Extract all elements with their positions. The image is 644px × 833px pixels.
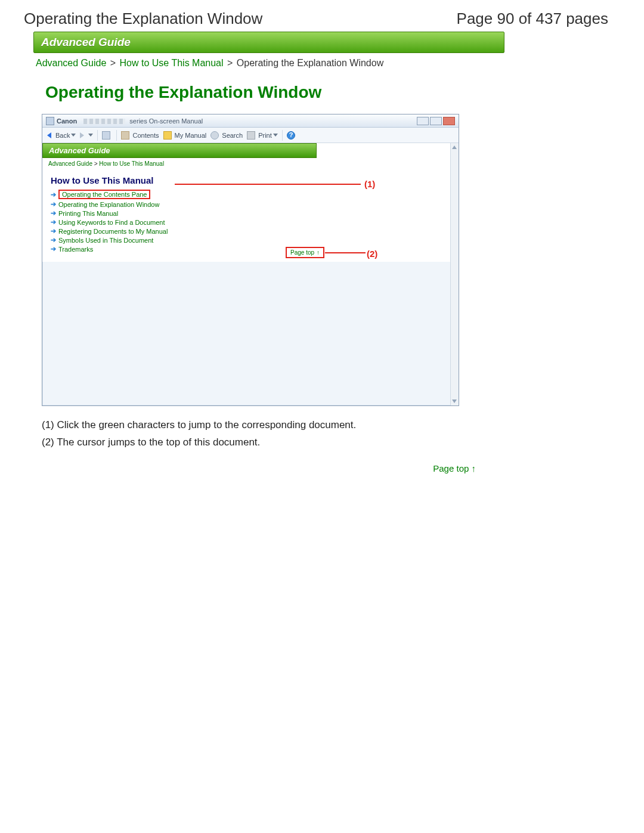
toolbar-separator: [97, 130, 98, 141]
explanation-pane: Advanced Guide Advanced Guide > How to U…: [42, 143, 450, 262]
inner-breadcrumb-l2[interactable]: How to Use This Manual: [99, 160, 164, 167]
topic-link[interactable]: Symbols Used in This Document: [58, 237, 153, 244]
search-button[interactable]: Search: [210, 131, 243, 140]
contents-button[interactable]: Contents: [121, 131, 159, 140]
app-icon: [46, 117, 54, 125]
toolbar-separator: [282, 130, 283, 141]
advanced-guide-banner: Advanced Guide: [33, 32, 504, 53]
chevron-down-icon: [71, 134, 76, 137]
page-top-link-label: Page top: [433, 463, 469, 473]
chevron-down-icon: [273, 134, 278, 137]
window-title-suffix: series On-screen Manual: [129, 117, 203, 125]
contents-icon: [121, 131, 129, 140]
topic-link[interactable]: Trademarks: [58, 246, 93, 253]
page-title: Operating the Explanation Window: [24, 10, 262, 28]
breadcrumb-link-advanced-guide[interactable]: Advanced Guide: [36, 58, 106, 68]
print-icon: [247, 131, 255, 140]
callout-line-2: [325, 252, 366, 253]
brand-text: Canon: [57, 117, 77, 125]
scroll-down-icon[interactable]: [452, 400, 457, 403]
arrow-icon: ➔: [51, 200, 56, 208]
search-label: Search: [222, 132, 243, 139]
print-button[interactable]: Print: [247, 131, 278, 140]
arrow-icon: ➔: [51, 209, 56, 217]
topic-link[interactable]: Printing This Manual: [58, 210, 118, 217]
help-icon[interactable]: [287, 131, 295, 140]
note-1: (1) Click the green characters to jump t…: [42, 417, 504, 434]
page-indicator: Page 90 of 437 pages: [457, 10, 608, 28]
minimize-button[interactable]: [417, 117, 429, 125]
forward-arrow-icon[interactable]: [80, 132, 84, 138]
back-button[interactable]: Back: [55, 132, 76, 139]
mymanual-label: My Manual: [175, 132, 207, 139]
note-2: (2) The cursor jumps to the top of this …: [42, 434, 504, 451]
list-item[interactable]: ➔ Operating the Explanation Window: [51, 200, 450, 209]
scroll-up-icon[interactable]: [452, 145, 457, 149]
list-item[interactable]: ➔ Operating the Contents Pane: [51, 189, 450, 200]
breadcrumb-separator: >: [227, 58, 233, 68]
page-top-label: Page top: [290, 249, 314, 256]
back-arrow-icon[interactable]: [47, 132, 51, 138]
topic-link-operating-contents-pane[interactable]: Operating the Contents Pane: [58, 190, 150, 199]
redacted-text: [83, 119, 125, 124]
main-heading: Operating the Explanation Window: [45, 83, 504, 102]
home-icon[interactable]: [102, 131, 110, 140]
toolbar-separator: [116, 130, 117, 141]
page-top-link[interactable]: Page top ↑: [33, 463, 476, 473]
topic-link-list: ➔ Operating the Contents Pane ➔ Operatin…: [51, 189, 450, 253]
breadcrumb-current: Operating the Explanation Window: [237, 58, 383, 68]
arrow-icon: ➔: [51, 245, 56, 253]
up-arrow-icon: ↑: [472, 463, 476, 473]
explanation-notes: (1) Click the green characters to jump t…: [42, 417, 504, 451]
topic-link[interactable]: Operating the Explanation Window: [58, 201, 159, 208]
list-item[interactable]: ➔ Using Keywords to Find a Document: [51, 218, 450, 227]
arrow-icon: ➔: [51, 227, 56, 235]
breadcrumb-separator: >: [110, 58, 116, 68]
page-top-button[interactable]: Page top ↑: [286, 247, 324, 258]
topic-link[interactable]: Using Keywords to Find a Document: [58, 219, 165, 226]
vertical-scrollbar[interactable]: [450, 143, 459, 405]
search-icon: [210, 131, 219, 140]
up-arrow-icon: ↑: [317, 249, 320, 256]
close-button[interactable]: [443, 117, 455, 125]
window-title: Canon series On-screen Manual: [57, 117, 203, 125]
explanation-window-screenshot: Canon series On-screen Manual Back: [42, 114, 459, 406]
window-titlebar: Canon series On-screen Manual: [42, 114, 459, 128]
list-item[interactable]: ➔ Trademarks: [51, 244, 450, 253]
callout-2: (2): [367, 249, 377, 259]
callout-line-1: [175, 184, 361, 185]
arrow-icon: ➔: [51, 191, 56, 199]
arrow-icon: ➔: [51, 236, 56, 244]
list-item[interactable]: ➔ Registering Documents to My Manual: [51, 227, 450, 236]
chevron-down-icon: [88, 134, 93, 137]
callout-1: (1): [364, 179, 375, 189]
list-item[interactable]: ➔ Symbols Used in This Document: [51, 236, 450, 244]
maximize-button[interactable]: [430, 117, 442, 125]
inner-breadcrumb: Advanced Guide > How to Use This Manual: [42, 158, 450, 171]
print-label: Print: [258, 132, 272, 139]
inner-advanced-guide-banner: Advanced Guide: [42, 143, 317, 158]
list-item[interactable]: ➔ Printing This Manual: [51, 209, 450, 218]
topic-link[interactable]: Registering Documents to My Manual: [58, 228, 168, 235]
mymanual-button[interactable]: My Manual: [163, 131, 207, 140]
page-header: Operating the Explanation Window Page 90…: [24, 10, 608, 28]
star-icon: [163, 131, 172, 140]
inner-breadcrumb-sep: >: [94, 160, 98, 167]
window-toolbar: Back Contents My Manual Sea: [42, 128, 459, 143]
breadcrumb: Advanced Guide > How to Use This Manual …: [33, 55, 504, 75]
inner-breadcrumb-l1[interactable]: Advanced Guide: [48, 160, 92, 167]
breadcrumb-link-how-to-use[interactable]: How to Use This Manual: [120, 58, 224, 68]
contents-label: Contents: [132, 132, 159, 139]
back-label: Back: [55, 132, 70, 139]
arrow-icon: ➔: [51, 218, 56, 226]
